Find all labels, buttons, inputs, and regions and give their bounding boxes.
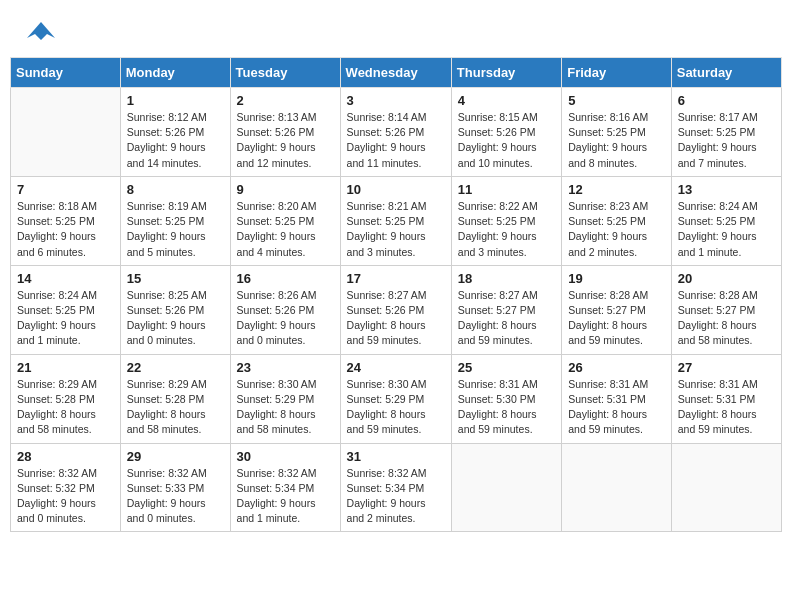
day-number: 25 (458, 360, 555, 375)
day-cell: 14Sunrise: 8:24 AM Sunset: 5:25 PM Dayli… (11, 265, 121, 354)
day-cell: 25Sunrise: 8:31 AM Sunset: 5:30 PM Dayli… (451, 354, 561, 443)
day-info: Sunrise: 8:21 AM Sunset: 5:25 PM Dayligh… (347, 199, 445, 260)
weekday-sunday: Sunday (11, 58, 121, 88)
day-number: 2 (237, 93, 334, 108)
day-number: 20 (678, 271, 775, 286)
day-info: Sunrise: 8:13 AM Sunset: 5:26 PM Dayligh… (237, 110, 334, 171)
day-number: 11 (458, 182, 555, 197)
day-cell (562, 443, 671, 532)
day-info: Sunrise: 8:24 AM Sunset: 5:25 PM Dayligh… (678, 199, 775, 260)
day-info: Sunrise: 8:31 AM Sunset: 5:30 PM Dayligh… (458, 377, 555, 438)
day-cell: 29Sunrise: 8:32 AM Sunset: 5:33 PM Dayli… (120, 443, 230, 532)
day-cell: 26Sunrise: 8:31 AM Sunset: 5:31 PM Dayli… (562, 354, 671, 443)
day-cell: 5Sunrise: 8:16 AM Sunset: 5:25 PM Daylig… (562, 88, 671, 177)
day-cell: 12Sunrise: 8:23 AM Sunset: 5:25 PM Dayli… (562, 176, 671, 265)
day-number: 24 (347, 360, 445, 375)
day-info: Sunrise: 8:19 AM Sunset: 5:25 PM Dayligh… (127, 199, 224, 260)
day-cell: 6Sunrise: 8:17 AM Sunset: 5:25 PM Daylig… (671, 88, 781, 177)
day-number: 1 (127, 93, 224, 108)
day-info: Sunrise: 8:27 AM Sunset: 5:26 PM Dayligh… (347, 288, 445, 349)
day-info: Sunrise: 8:32 AM Sunset: 5:33 PM Dayligh… (127, 466, 224, 527)
day-info: Sunrise: 8:32 AM Sunset: 5:34 PM Dayligh… (237, 466, 334, 527)
day-info: Sunrise: 8:17 AM Sunset: 5:25 PM Dayligh… (678, 110, 775, 171)
day-number: 27 (678, 360, 775, 375)
weekday-tuesday: Tuesday (230, 58, 340, 88)
day-cell: 7Sunrise: 8:18 AM Sunset: 5:25 PM Daylig… (11, 176, 121, 265)
week-row-4: 28Sunrise: 8:32 AM Sunset: 5:32 PM Dayli… (11, 443, 782, 532)
day-number: 13 (678, 182, 775, 197)
day-cell: 28Sunrise: 8:32 AM Sunset: 5:32 PM Dayli… (11, 443, 121, 532)
day-number: 28 (17, 449, 114, 464)
svg-marker-0 (27, 22, 55, 40)
weekday-wednesday: Wednesday (340, 58, 451, 88)
day-cell: 9Sunrise: 8:20 AM Sunset: 5:25 PM Daylig… (230, 176, 340, 265)
day-number: 26 (568, 360, 664, 375)
day-cell: 22Sunrise: 8:29 AM Sunset: 5:28 PM Dayli… (120, 354, 230, 443)
day-number: 29 (127, 449, 224, 464)
calendar-table: SundayMondayTuesdayWednesdayThursdayFrid… (10, 57, 782, 532)
day-cell: 17Sunrise: 8:27 AM Sunset: 5:26 PM Dayli… (340, 265, 451, 354)
day-info: Sunrise: 8:31 AM Sunset: 5:31 PM Dayligh… (678, 377, 775, 438)
day-cell: 23Sunrise: 8:30 AM Sunset: 5:29 PM Dayli… (230, 354, 340, 443)
logo-text (25, 20, 55, 47)
day-info: Sunrise: 8:29 AM Sunset: 5:28 PM Dayligh… (17, 377, 114, 438)
day-cell: 2Sunrise: 8:13 AM Sunset: 5:26 PM Daylig… (230, 88, 340, 177)
day-info: Sunrise: 8:30 AM Sunset: 5:29 PM Dayligh… (347, 377, 445, 438)
day-cell: 20Sunrise: 8:28 AM Sunset: 5:27 PM Dayli… (671, 265, 781, 354)
day-number: 22 (127, 360, 224, 375)
day-number: 3 (347, 93, 445, 108)
day-info: Sunrise: 8:23 AM Sunset: 5:25 PM Dayligh… (568, 199, 664, 260)
day-cell: 8Sunrise: 8:19 AM Sunset: 5:25 PM Daylig… (120, 176, 230, 265)
weekday-header-row: SundayMondayTuesdayWednesdayThursdayFrid… (11, 58, 782, 88)
day-number: 30 (237, 449, 334, 464)
day-info: Sunrise: 8:31 AM Sunset: 5:31 PM Dayligh… (568, 377, 664, 438)
logo-bird-icon (27, 20, 55, 42)
day-info: Sunrise: 8:24 AM Sunset: 5:25 PM Dayligh… (17, 288, 114, 349)
day-number: 5 (568, 93, 664, 108)
day-cell: 18Sunrise: 8:27 AM Sunset: 5:27 PM Dayli… (451, 265, 561, 354)
day-number: 31 (347, 449, 445, 464)
day-number: 23 (237, 360, 334, 375)
day-info: Sunrise: 8:32 AM Sunset: 5:32 PM Dayligh… (17, 466, 114, 527)
day-number: 18 (458, 271, 555, 286)
weekday-friday: Friday (562, 58, 671, 88)
day-info: Sunrise: 8:26 AM Sunset: 5:26 PM Dayligh… (237, 288, 334, 349)
day-number: 10 (347, 182, 445, 197)
weekday-saturday: Saturday (671, 58, 781, 88)
week-row-0: 1Sunrise: 8:12 AM Sunset: 5:26 PM Daylig… (11, 88, 782, 177)
day-info: Sunrise: 8:18 AM Sunset: 5:25 PM Dayligh… (17, 199, 114, 260)
day-info: Sunrise: 8:12 AM Sunset: 5:26 PM Dayligh… (127, 110, 224, 171)
logo (25, 20, 55, 47)
day-cell: 13Sunrise: 8:24 AM Sunset: 5:25 PM Dayli… (671, 176, 781, 265)
day-number: 14 (17, 271, 114, 286)
day-cell (671, 443, 781, 532)
week-row-1: 7Sunrise: 8:18 AM Sunset: 5:25 PM Daylig… (11, 176, 782, 265)
day-cell: 16Sunrise: 8:26 AM Sunset: 5:26 PM Dayli… (230, 265, 340, 354)
page-header (10, 10, 782, 52)
week-row-2: 14Sunrise: 8:24 AM Sunset: 5:25 PM Dayli… (11, 265, 782, 354)
day-cell: 1Sunrise: 8:12 AM Sunset: 5:26 PM Daylig… (120, 88, 230, 177)
day-cell: 24Sunrise: 8:30 AM Sunset: 5:29 PM Dayli… (340, 354, 451, 443)
day-cell: 30Sunrise: 8:32 AM Sunset: 5:34 PM Dayli… (230, 443, 340, 532)
day-number: 16 (237, 271, 334, 286)
day-number: 9 (237, 182, 334, 197)
day-cell: 27Sunrise: 8:31 AM Sunset: 5:31 PM Dayli… (671, 354, 781, 443)
day-info: Sunrise: 8:16 AM Sunset: 5:25 PM Dayligh… (568, 110, 664, 171)
day-number: 8 (127, 182, 224, 197)
day-cell: 21Sunrise: 8:29 AM Sunset: 5:28 PM Dayli… (11, 354, 121, 443)
day-cell: 4Sunrise: 8:15 AM Sunset: 5:26 PM Daylig… (451, 88, 561, 177)
day-cell: 19Sunrise: 8:28 AM Sunset: 5:27 PM Dayli… (562, 265, 671, 354)
weekday-thursday: Thursday (451, 58, 561, 88)
day-number: 21 (17, 360, 114, 375)
day-info: Sunrise: 8:22 AM Sunset: 5:25 PM Dayligh… (458, 199, 555, 260)
day-number: 12 (568, 182, 664, 197)
day-number: 7 (17, 182, 114, 197)
day-info: Sunrise: 8:28 AM Sunset: 5:27 PM Dayligh… (568, 288, 664, 349)
day-cell (11, 88, 121, 177)
day-info: Sunrise: 8:25 AM Sunset: 5:26 PM Dayligh… (127, 288, 224, 349)
day-number: 15 (127, 271, 224, 286)
day-cell: 15Sunrise: 8:25 AM Sunset: 5:26 PM Dayli… (120, 265, 230, 354)
day-number: 17 (347, 271, 445, 286)
day-info: Sunrise: 8:28 AM Sunset: 5:27 PM Dayligh… (678, 288, 775, 349)
weekday-monday: Monday (120, 58, 230, 88)
